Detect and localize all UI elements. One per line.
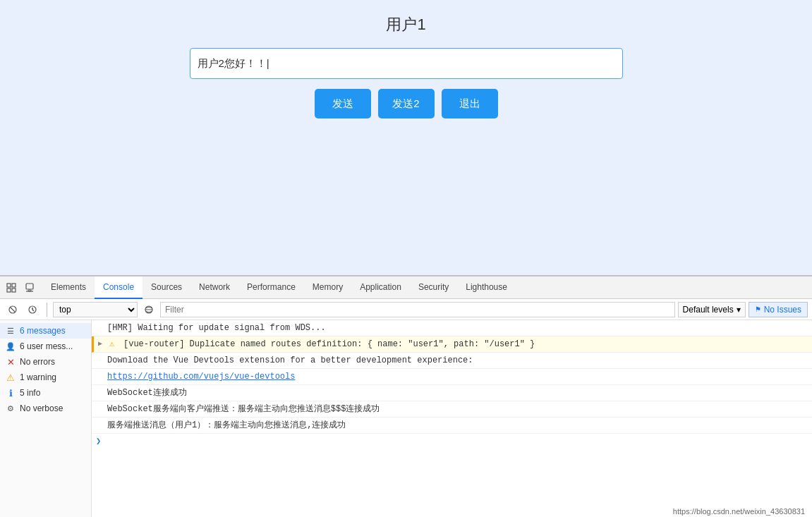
tab-memory[interactable]: Memory [304,276,351,299]
console-prompt-line: ❯ [92,434,812,448]
log-link[interactable]: https://github.com/vuejs/vue-devtools [107,370,808,383]
hide-network-icon[interactable] [140,301,157,318]
log-text: [vue-router] Duplicate named routes defi… [123,338,808,351]
tab-elements[interactable]: Elements [42,276,95,299]
log-text: 服务端推送消息（用户1）：服务端主动向您推送消息,连接成功 [107,419,808,432]
log-line: 服务端推送消息（用户1）：服务端主动向您推送消息,连接成功 [92,418,812,434]
log-line: https://github.com/vuejs/vue-devtools [92,369,812,385]
sidebar-messages-label: 6 messages [20,326,66,336]
verbose-icon: ⚙ [6,403,16,413]
log-line: [HMR] Waiting for update signal from WDS… [92,320,812,336]
svg-rect-1 [12,284,16,287]
devtools-toolbar: Elements Console Sources Network Perform… [0,276,812,299]
user-icon: 👤 [6,341,16,351]
sidebar-verbose-label: No verbose [20,403,63,413]
expand-arrow[interactable]: ▶ [98,338,107,351]
console-sidebar: ☰ 6 messages 👤 6 user mess... ✕ No error… [0,320,92,517]
svg-line-11 [32,310,34,311]
filter-input[interactable] [160,302,675,317]
sidebar-errors-label: No errors [20,357,55,367]
no-issues-button[interactable]: ⚑ No Issues [749,302,808,317]
console-log: [HMR] Waiting for update signal from WDS… [92,320,812,517]
svg-line-8 [11,308,15,312]
sidebar-info-label: 5 info [20,388,40,398]
tab-console[interactable]: Console [95,276,143,299]
clear-console-icon[interactable] [4,301,21,318]
svg-rect-4 [26,284,33,289]
sidebar-item-user-messages[interactable]: 👤 6 user mess... [0,339,91,354]
log-text: WebSocket连接成功 [107,387,808,399]
devtools-panel: Elements Console Sources Network Perform… [0,275,812,517]
log-text: Download the Vue Devtools extension for … [107,354,808,367]
device-toolbar-icon[interactable] [21,279,38,296]
warning-icon: ⚠ [6,372,16,382]
sidebar-item-messages[interactable]: ☰ 6 messages [0,323,91,339]
list-icon: ☰ [6,326,16,336]
log-line: Download the Vue Devtools extension for … [92,353,812,369]
console-toolbar: top Default levels ▾ ⚑ No Issues [0,299,812,320]
tab-security[interactable]: Security [410,276,457,299]
context-selector[interactable]: top [53,302,138,317]
tab-network[interactable]: Network [190,276,238,299]
inspect-element-icon[interactable] [3,279,20,296]
send2-button[interactable]: 发送2 [378,89,435,118]
tab-application[interactable]: Application [351,276,410,299]
default-levels-button[interactable]: Default levels ▾ [678,302,746,317]
sidebar-user-label: 6 user mess... [20,341,73,351]
info-icon: ℹ [6,388,16,398]
sidebar-item-info[interactable]: ℹ 5 info [0,385,91,401]
svg-rect-3 [12,288,16,292]
log-text: [HMR] Waiting for update signal from WDS… [107,322,808,334]
log-line: WebSocket服务端向客户端推送：服务端主动向您推送消息$$$连接成功 [92,401,812,418]
url-bar: https://blog.csdn.net/weixin_43630831 [673,507,805,516]
log-line: WebSocket连接成功 [92,385,812,401]
preserve-log-icon[interactable] [24,301,41,318]
sidebar-item-verbose[interactable]: ⚙ No verbose [0,401,91,416]
tab-performance[interactable]: Performance [238,276,304,299]
sidebar-warnings-label: 1 warning [20,372,56,382]
sidebar-item-errors[interactable]: ✕ No errors [0,354,91,370]
svg-rect-0 [7,284,11,287]
sidebar-item-warnings[interactable]: ⚠ 1 warning [0,370,91,385]
page-title: 用户1 [386,14,425,35]
warning-line-icon: ⚠ [109,338,121,351]
log-text: WebSocket服务端向客户端推送：服务端主动向您推送消息$$$连接成功 [107,403,808,415]
svg-rect-2 [7,288,11,292]
logout-button[interactable]: 退出 [442,89,498,118]
message-input[interactable] [190,48,623,79]
tab-sources[interactable]: Sources [143,276,190,299]
log-line-warning: ▶ ⚠ [vue-router] Duplicate named routes … [92,336,812,353]
error-icon: ✕ [6,357,16,367]
tab-lighthouse[interactable]: Lighthouse [457,276,516,299]
send-button[interactable]: 发送 [315,89,371,118]
prompt-arrow-icon: ❯ [96,436,101,446]
